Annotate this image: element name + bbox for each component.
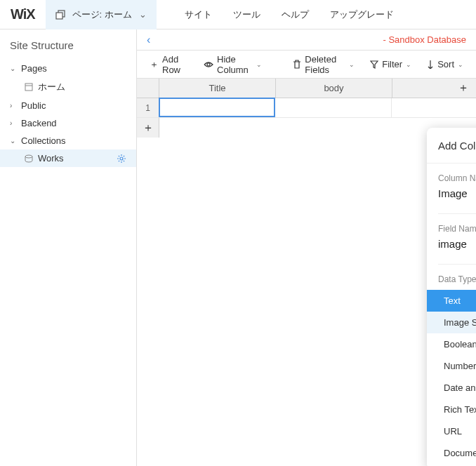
caret-down-icon: ⌄ bbox=[10, 65, 17, 72]
plus-icon: ＋ bbox=[150, 58, 159, 71]
top-menu: サイト ツール ヘルプ アップグレード bbox=[185, 8, 394, 21]
back-button[interactable]: ‹ bbox=[147, 34, 150, 46]
popup-title: Add Column bbox=[438, 140, 476, 152]
chevron-down-icon: ⌄ bbox=[349, 61, 355, 68]
copy-icon bbox=[55, 10, 65, 20]
page-selector-label: ページ: ホーム bbox=[72, 8, 132, 21]
menu-site[interactable]: サイト bbox=[185, 8, 212, 21]
chevron-down-icon: ⌄ bbox=[458, 61, 463, 68]
add-row-button[interactable]: ＋Add Row bbox=[150, 54, 188, 75]
trash-icon bbox=[293, 60, 301, 69]
menu-help[interactable]: ヘルプ bbox=[282, 8, 309, 21]
add-column-button[interactable]: ＋ bbox=[392, 79, 476, 98]
data-type-option-document[interactable]: Document bbox=[427, 442, 476, 464]
add-row-inline: ＋ bbox=[137, 118, 476, 138]
tb-label: Deleted Fields bbox=[305, 54, 345, 75]
menu-tools[interactable]: ツール bbox=[233, 8, 260, 21]
gear-icon[interactable] bbox=[117, 154, 126, 164]
row-number-header bbox=[137, 79, 159, 98]
page-icon bbox=[24, 82, 34, 92]
field-name-label: Field Name bbox=[438, 224, 476, 234]
tb-label: Add Row bbox=[162, 54, 188, 75]
data-type-option-rich-text[interactable]: Rich Text bbox=[427, 399, 476, 420]
column-header-title[interactable]: Title bbox=[159, 79, 276, 98]
chevron-down-icon: ⌄ bbox=[406, 61, 411, 68]
column-name-label: Column Name bbox=[438, 173, 476, 183]
tree-label: Backend bbox=[21, 118, 57, 128]
tb-label: Hide Column bbox=[217, 54, 253, 75]
svg-rect-2 bbox=[25, 84, 32, 91]
svg-point-4 bbox=[25, 155, 32, 158]
tb-label: Sort bbox=[437, 59, 454, 69]
svg-point-5 bbox=[120, 157, 123, 160]
filter-icon bbox=[370, 60, 378, 69]
page-selector[interactable]: ページ: ホーム ⌄ bbox=[46, 0, 157, 29]
tree-label: Pages bbox=[21, 63, 47, 74]
tree-backend[interactable]: ›Backend bbox=[0, 114, 136, 132]
grid-header: Title body ＋ bbox=[137, 79, 476, 98]
caret-down-icon: ⌄ bbox=[10, 137, 17, 145]
svg-point-6 bbox=[207, 63, 210, 66]
hide-column-button[interactable]: Hide Column⌄ bbox=[204, 54, 262, 75]
field-name-input[interactable]: image bbox=[438, 238, 476, 253]
data-type-option-number[interactable]: Number bbox=[427, 355, 476, 377]
cell-title[interactable] bbox=[159, 98, 275, 117]
tree-label: Public bbox=[21, 100, 46, 111]
chevron-down-icon: ⌄ bbox=[256, 61, 262, 68]
main-header: ‹ - Sandbox Database bbox=[137, 29, 476, 51]
database-icon bbox=[24, 154, 34, 164]
data-type-label: Data Type bbox=[438, 274, 476, 284]
sort-button[interactable]: Sort⌄ bbox=[427, 59, 463, 69]
add-row-plus[interactable]: ＋ bbox=[137, 118, 159, 138]
tree-page-home[interactable]: ホーム bbox=[0, 77, 136, 97]
add-column-popup: Add Column ✕ Column Name Image Field Nam… bbox=[427, 128, 476, 466]
data-type-option-date-time[interactable]: Date and Time bbox=[427, 377, 476, 399]
site-tree: ⌄Pages ホーム ›Public ›Backend ⌄Collections… bbox=[0, 60, 136, 167]
sidebar-title: Site Structure bbox=[0, 39, 136, 60]
chevron-down-icon: ⌄ bbox=[139, 9, 147, 20]
eye-icon bbox=[204, 61, 213, 68]
tree-label: Works bbox=[38, 153, 64, 164]
data-type-option-url[interactable]: URL bbox=[427, 420, 476, 442]
tree-collections[interactable]: ⌄Collections bbox=[0, 132, 136, 149]
table-row: 1 bbox=[137, 98, 476, 118]
tb-label: Filter bbox=[382, 59, 402, 69]
cell-body[interactable] bbox=[275, 98, 392, 117]
filter-button[interactable]: Filter⌄ bbox=[370, 59, 411, 69]
sidebar: Site Structure ⌄Pages ホーム ›Public ›Backe… bbox=[0, 29, 137, 466]
menu-upgrade[interactable]: アップグレード bbox=[330, 8, 394, 21]
main-panel: ‹ - Sandbox Database ＋Add Row Hide Colum… bbox=[137, 29, 476, 466]
sandbox-label: - Sandbox Database bbox=[383, 34, 466, 45]
tree-pages[interactable]: ⌄Pages bbox=[0, 60, 136, 77]
svg-rect-1 bbox=[56, 13, 62, 19]
data-type-option-boolean[interactable]: Boolean bbox=[427, 333, 476, 355]
data-type-list: Text Image Source Boolean Number Date an… bbox=[427, 290, 476, 464]
data-type-option-text[interactable]: Text bbox=[427, 290, 476, 312]
tree-label: Collections bbox=[21, 135, 66, 146]
top-bar: WiX ページ: ホーム ⌄ サイト ツール ヘルプ アップグレード bbox=[0, 0, 476, 29]
column-name-input[interactable]: Image bbox=[438, 187, 476, 202]
data-type-option-image-source[interactable]: Image Source bbox=[427, 312, 476, 333]
deleted-fields-button[interactable]: Deleted Fields⌄ bbox=[293, 54, 355, 75]
caret-right-icon: › bbox=[10, 102, 17, 109]
row-number: 1 bbox=[137, 98, 159, 117]
tree-collection-works[interactable]: Works bbox=[0, 149, 136, 167]
tree-public[interactable]: ›Public bbox=[0, 97, 136, 114]
caret-right-icon: › bbox=[10, 119, 17, 127]
column-header-body[interactable]: body bbox=[276, 79, 392, 98]
tree-label: ホーム bbox=[38, 81, 65, 93]
sort-icon bbox=[427, 60, 434, 69]
wix-logo: WiX bbox=[0, 6, 46, 22]
grid-toolbar: ＋Add Row Hide Column⌄ Deleted Fields⌄ Fi… bbox=[137, 51, 476, 79]
